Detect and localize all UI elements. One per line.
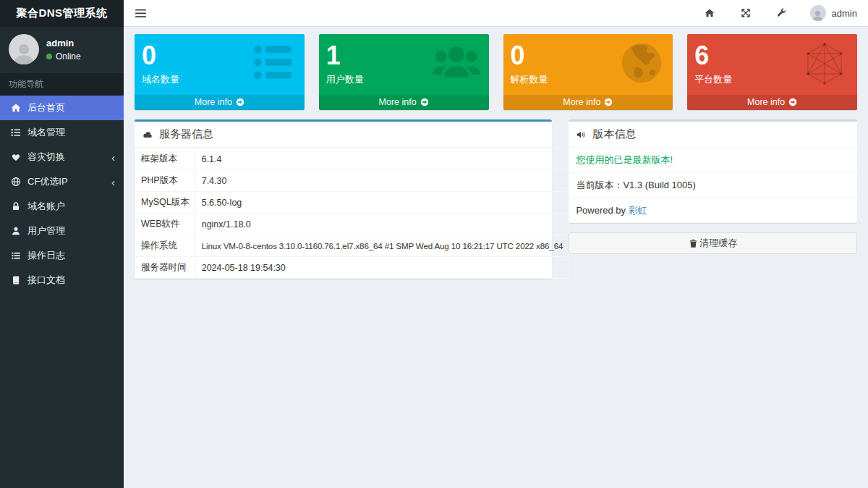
row-value: 7.4.30: [195, 170, 569, 192]
stat-box-platforms: 6 平台数量 More info: [687, 34, 857, 110]
arrow-circle-right-icon: [236, 98, 244, 106]
stat-value: 0: [142, 41, 297, 70]
sidebar-toggle-button[interactable]: [124, 0, 158, 26]
row-label: PHP版本: [135, 170, 196, 192]
version-latest-item: 您使用的已是最新版本!: [569, 148, 857, 173]
page-content: 0 域名数量 More info 1 用户数量: [124, 27, 868, 488]
sidebar-item-label: 用户管理: [27, 224, 65, 237]
stat-label: 用户数量: [326, 73, 482, 86]
sidebar-item-label: 接口文档: [27, 274, 65, 287]
log-list-icon: [10, 251, 21, 261]
cloud-icon: [142, 130, 153, 140]
version-info-panel: 版本信息 您使用的已是最新版本! 当前版本：V1.3 (Build 1005) …: [569, 119, 857, 223]
sidebar-item-failover[interactable]: 容灾切换 ‹: [0, 145, 124, 169]
book-icon: [10, 275, 21, 285]
user-icon: [10, 226, 21, 236]
chevron-left-icon: ‹: [111, 177, 115, 188]
table-row: 操作系统Linux VM-0-8-centos 3.10.0-1160.76.1…: [135, 235, 569, 257]
sidebar-menu: 后台首页 域名管理 容灾切换 ‹ CF优选IP ‹ 域名账户: [0, 96, 124, 293]
home-icon[interactable]: [692, 0, 728, 26]
wrench-icon[interactable]: [764, 0, 800, 26]
avatar: [9, 34, 39, 64]
row-value: nginx/1.18.0: [195, 214, 569, 235]
stat-box-records: 0 解析数量 More info: [503, 34, 673, 110]
row-label: 服务器时间: [135, 257, 196, 279]
table-row: 服务器时间2024-05-18 19:54:30: [135, 257, 569, 279]
clear-cache-button[interactable]: 清理缓存: [569, 232, 857, 254]
server-info-table: 框架版本6.1.4 PHP版本7.4.30 MySQL版本5.6.50-log …: [135, 148, 569, 279]
sidebar-item-label: 域名管理: [27, 126, 65, 139]
panel-title: 版本信息: [592, 127, 636, 141]
sidebar-item-domain-manage[interactable]: 域名管理: [0, 120, 124, 145]
table-row: WEB软件nginx/1.18.0: [135, 214, 569, 235]
powered-by-text: Powered by: [576, 205, 628, 216]
panel-title: 服务器信息: [159, 127, 213, 141]
heartbeat-icon: [10, 152, 21, 162]
stat-boxes-row: 0 域名数量 More info 1 用户数量: [135, 34, 857, 110]
fullscreen-icon[interactable]: [728, 0, 764, 26]
avatar: [810, 5, 826, 21]
sidebar-username: admin: [46, 38, 81, 49]
arrow-circle-right-icon: [788, 98, 797, 106]
main-area: admin 0 域名数量 More info: [124, 0, 868, 488]
table-row: MySQL版本5.6.50-log: [135, 192, 569, 214]
stat-value: 0: [511, 41, 666, 70]
stat-value: 1: [326, 41, 482, 70]
powered-by-link[interactable]: 彩虹: [629, 205, 647, 216]
app-root: 聚合DNS管理系统 admin Online 功能导航 后台首页 域名管理: [0, 0, 868, 488]
sidebar-nav-header: 功能导航: [0, 73, 124, 96]
sidebar-user-status: Online: [56, 51, 81, 62]
sidebar-item-label: 域名账户: [27, 200, 65, 213]
arrow-circle-right-icon: [604, 98, 613, 106]
panels-row: 服务器信息 框架版本6.1.4 PHP版本7.4.30 MySQL版本5.6.5…: [135, 119, 857, 279]
version-list: 您使用的已是最新版本! 当前版本：V1.3 (Build 1005) Power…: [569, 148, 857, 223]
row-label: WEB软件: [135, 214, 196, 235]
top-navbar: admin: [124, 0, 868, 27]
more-info-link[interactable]: More info: [687, 95, 857, 110]
chevron-left-icon: ‹: [111, 152, 115, 163]
globe-icon: [10, 177, 21, 187]
app-logo[interactable]: 聚合DNS管理系统: [0, 0, 124, 27]
sidebar-item-api-docs[interactable]: 接口文档: [0, 268, 124, 293]
row-value: Linux VM-0-8-centos 3.10.0-1160.76.1.el7…: [195, 235, 569, 257]
row-label: 操作系统: [135, 235, 196, 257]
sidebar-item-user-manage[interactable]: 用户管理: [0, 219, 124, 243]
table-row: PHP版本7.4.30: [135, 170, 569, 192]
more-info-link[interactable]: More info: [503, 95, 673, 110]
sidebar-user-panel: admin Online: [0, 27, 124, 73]
stat-value: 6: [694, 41, 850, 70]
row-value: 5.6.50-log: [195, 192, 569, 214]
lock-icon: [10, 201, 21, 211]
sidebar-item-label: CF优选IP: [27, 175, 68, 188]
navbar-username: admin: [832, 8, 857, 19]
user-menu[interactable]: admin: [800, 5, 868, 21]
sidebar: 聚合DNS管理系统 admin Online 功能导航 后台首页 域名管理: [0, 0, 124, 488]
sidebar-item-label: 操作日志: [27, 249, 65, 262]
stat-box-users: 1 用户数量 More info: [319, 34, 489, 110]
row-value: 6.1.4: [195, 148, 569, 170]
online-status-dot: [46, 54, 52, 59]
arrow-circle-right-icon: [420, 98, 429, 106]
sidebar-item-dashboard[interactable]: 后台首页: [0, 96, 124, 120]
version-current-item: 当前版本：V1.3 (Build 1005): [569, 173, 857, 198]
powered-by-item: Powered by 彩虹: [569, 198, 857, 223]
sidebar-item-cf-ip[interactable]: CF优选IP ‹: [0, 169, 124, 194]
list-icon: [10, 127, 21, 138]
sidebar-item-label: 容灾切换: [27, 151, 65, 164]
trash-icon: [689, 239, 698, 248]
version-info-header: 版本信息: [569, 122, 857, 148]
row-value: 2024-05-18 19:54:30: [195, 257, 569, 279]
home-icon: [10, 103, 21, 113]
sidebar-item-logs[interactable]: 操作日志: [0, 243, 124, 268]
sidebar-item-label: 后台首页: [27, 101, 65, 114]
stat-label: 域名数量: [142, 73, 297, 86]
row-label: 框架版本: [135, 148, 196, 170]
server-info-header: 服务器信息: [135, 122, 552, 148]
more-info-link[interactable]: More info: [135, 95, 305, 110]
row-label: MySQL版本: [135, 192, 196, 214]
stat-label: 解析数量: [511, 73, 666, 86]
more-info-link[interactable]: More info: [319, 95, 489, 110]
clear-cache-label: 清理缓存: [699, 237, 737, 250]
sidebar-item-domain-accounts[interactable]: 域名账户: [0, 194, 124, 219]
table-row: 框架版本6.1.4: [135, 148, 569, 170]
